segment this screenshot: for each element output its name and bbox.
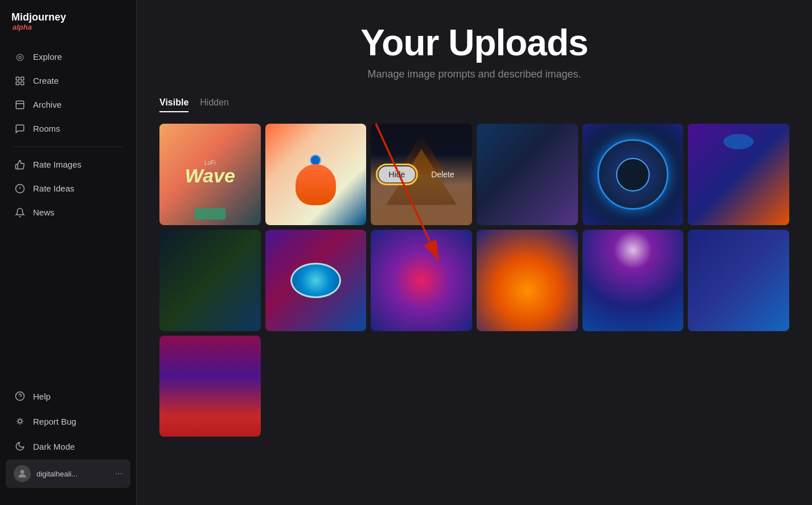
compass-icon: ◎ <box>14 51 26 63</box>
grid-item-1[interactable]: LoFi Wave <box>159 124 261 225</box>
grid-item-9[interactable] <box>371 230 472 331</box>
sidebar-item-label: Dark Mode <box>33 442 75 451</box>
svg-point-11 <box>18 420 22 423</box>
svg-rect-3 <box>21 82 24 84</box>
sidebar-item-label: Archive <box>33 100 61 109</box>
hide-button[interactable]: Hide <box>379 166 416 182</box>
sidebar: Midjourney alpha ◎ Explore Create Archiv… <box>0 0 137 505</box>
image-grid: LoFi Wave <box>159 124 789 437</box>
sidebar-item-archive[interactable]: Archive <box>6 93 130 117</box>
grid-item-11[interactable] <box>583 230 684 331</box>
sidebar-item-label: Help <box>33 392 51 401</box>
news-icon <box>14 206 26 219</box>
wave-label: Wave <box>185 166 235 185</box>
grid-item-8[interactable] <box>265 230 367 331</box>
sidebar-item-create[interactable]: Create <box>6 69 130 93</box>
user-name: digitalheali... <box>36 470 109 478</box>
grid-item-10[interactable] <box>477 230 578 331</box>
archive-icon <box>14 99 26 111</box>
sidebar-item-label: Rate Images <box>33 160 81 169</box>
page-header: Your Uploads Manage image prompts and de… <box>159 23 789 80</box>
sidebar-item-report-bug[interactable]: Report Bug <box>6 409 130 433</box>
sidebar-item-label: Rate Ideas <box>33 184 75 193</box>
sidebar-item-dark-mode[interactable]: Dark Mode <box>6 434 130 458</box>
app-name: Midjourney <box>11 11 125 24</box>
sidebar-item-explore[interactable]: ◎ Explore <box>6 45 130 69</box>
user-more-icon[interactable]: ··· <box>115 469 122 479</box>
sidebar-divider <box>14 146 122 147</box>
grid-item-3[interactable]: Hide Delete <box>371 124 472 225</box>
grid-item-overlay: Hide Delete <box>371 124 472 225</box>
tabs: Visible Hidden <box>159 97 789 112</box>
tab-hidden[interactable]: Hidden <box>200 97 229 112</box>
sidebar-item-help[interactable]: Help <box>6 384 130 408</box>
user-profile-row[interactable]: digitalheali... ··· <box>6 459 130 488</box>
app-alpha-label: alpha <box>13 23 125 31</box>
rate-images-icon <box>14 158 26 171</box>
sidebar-item-label: Report Bug <box>33 417 76 426</box>
page-title: Your Uploads <box>159 23 789 63</box>
create-icon <box>14 75 26 87</box>
svg-rect-0 <box>16 77 19 80</box>
grid-item-7[interactable] <box>159 230 261 331</box>
rooms-icon <box>14 123 26 135</box>
sidebar-bottom: Help Report Bug Dark Mode digitalheali..… <box>0 378 136 494</box>
delete-button[interactable]: Delete <box>421 166 464 182</box>
grid-item-4[interactable] <box>477 124 578 225</box>
sidebar-item-rate-images[interactable]: Rate Images <box>6 153 130 177</box>
svg-rect-4 <box>16 101 24 109</box>
sidebar-item-rooms[interactable]: Rooms <box>6 117 130 141</box>
sidebar-nav: ◎ Explore Create Archive Rooms <box>0 45 136 378</box>
grid-item-2[interactable] <box>265 124 367 225</box>
grid-item-12[interactable] <box>688 230 789 331</box>
dark-mode-icon <box>14 440 26 453</box>
sidebar-item-label: Rooms <box>33 124 60 133</box>
sidebar-item-news[interactable]: News <box>6 201 130 225</box>
tab-visible[interactable]: Visible <box>159 97 188 112</box>
svg-point-12 <box>20 470 24 474</box>
rate-ideas-icon <box>14 182 26 195</box>
sidebar-item-label: Create <box>33 76 59 85</box>
help-icon <box>14 390 26 402</box>
grid-item-13[interactable] <box>159 336 261 437</box>
grid-item-5[interactable] <box>583 124 684 225</box>
avatar <box>14 465 31 482</box>
page-subtitle: Manage image prompts and described image… <box>159 68 789 80</box>
sidebar-item-label: Explore <box>33 52 62 62</box>
logo: Midjourney alpha <box>0 11 136 45</box>
sidebar-item-rate-ideas[interactable]: Rate Ideas <box>6 177 130 201</box>
main-content: Your Uploads Manage image prompts and de… <box>137 0 812 505</box>
svg-rect-1 <box>21 77 24 80</box>
grid-item-6[interactable] <box>688 124 789 225</box>
bug-icon <box>14 415 26 427</box>
svg-rect-2 <box>16 82 19 84</box>
sidebar-item-label: News <box>33 207 55 217</box>
